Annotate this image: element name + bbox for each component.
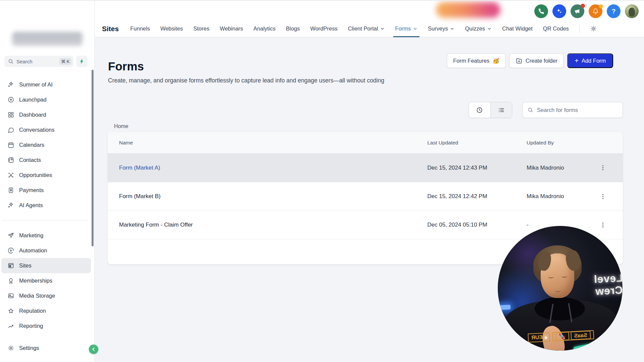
webcam-overlay: Level Crew SaaS 🚀 NEUR — [498, 226, 623, 351]
subnav-title: Sites — [102, 25, 119, 33]
sidebar-item-label: Contacts — [19, 157, 41, 163]
sidebar-item-summer-of-ai[interactable]: Summer of AI — [1, 77, 91, 92]
rocket-emoji: 🚀 — [556, 332, 570, 341]
tab-wordpress[interactable]: WordPress — [310, 20, 337, 37]
add-form-button[interactable]: + Add Form — [567, 53, 613, 68]
browser-globe-icon — [7, 262, 14, 269]
tab-analytics[interactable]: Analytics — [254, 20, 276, 37]
updated-by-cell: Mika Madronio — [527, 165, 583, 171]
sidebar-item-marketing[interactable]: Marketing — [1, 228, 91, 243]
sparkles-icon — [7, 81, 14, 88]
kebab-menu-icon — [599, 222, 606, 229]
form-name-link[interactable]: Form (Market A) — [119, 165, 427, 171]
sidebar-item-dashboard[interactable]: Dashboard — [1, 107, 91, 122]
ai-sparkle-icon — [556, 8, 563, 15]
notifications-button[interactable] — [589, 4, 602, 18]
row-menu-button[interactable] — [597, 162, 608, 173]
sidebar-item-reputation[interactable]: Reputation — [1, 303, 91, 318]
sidebar-item-automation[interactable]: Automation — [1, 243, 91, 258]
search-shortcut-badge: ⌘ K — [59, 58, 71, 65]
form-name-link[interactable]: Form (Market B) — [119, 193, 427, 200]
quick-actions-button[interactable] — [76, 56, 88, 67]
sidebar-item-memberships[interactable]: Memberships — [1, 273, 91, 288]
tab-webinars[interactable]: Webinars — [220, 20, 243, 37]
chevron-down-icon — [450, 26, 454, 31]
phone-icon — [538, 8, 545, 15]
chevron-down-icon — [487, 26, 492, 31]
breadcrumb[interactable]: Home — [114, 123, 128, 129]
updated-by-cell: Mika Madronio — [527, 193, 583, 200]
sidebar-item-settings[interactable]: Settings — [1, 341, 96, 356]
tab-quizzes[interactable]: Quizzes — [465, 20, 492, 37]
tab-client-portal[interactable]: Client Portal — [348, 20, 385, 37]
row-menu-button[interactable] — [597, 220, 608, 231]
tab-qr-codes[interactable]: QR Codes — [543, 20, 569, 37]
form-features-button[interactable]: Form Features 🥳 — [447, 53, 506, 68]
list-toolbar — [469, 102, 623, 118]
kebab-menu-icon — [599, 164, 606, 171]
sidebar-item-reporting[interactable]: Reporting — [1, 318, 91, 334]
bell-icon — [592, 8, 599, 15]
help-button[interactable]: ? — [607, 4, 621, 18]
person-mouth — [555, 290, 561, 292]
tab-forms[interactable]: Forms — [395, 20, 418, 37]
list-view-button[interactable] — [490, 102, 512, 118]
chevron-down-icon — [413, 26, 418, 31]
hoodie-collar — [535, 297, 585, 320]
search-input[interactable]: Search ⌘ K — [4, 56, 73, 67]
tab-stores[interactable]: Stores — [193, 20, 209, 37]
column-header-name: Name — [119, 140, 427, 146]
sidebar: Search ⌘ K Summer of AI Launchpad Dashbo… — [0, 0, 95, 362]
sidebar-divider — [2, 220, 88, 221]
last-updated-cell: Dec 05, 2024 05:10 PM — [427, 222, 527, 228]
notification-badge — [599, 4, 603, 8]
tab-chat-widget[interactable]: Chat Widget — [502, 20, 533, 37]
sidebar-item-opportunities[interactable]: Opportunities — [1, 168, 91, 183]
folder-plus-icon — [516, 57, 523, 64]
sites-subnav: Sites Funnels Websites Stores Webinars A… — [102, 20, 597, 37]
sidebar-item-contacts[interactable]: Contacts — [1, 153, 91, 168]
tab-blogs[interactable]: Blogs — [286, 20, 300, 37]
phone-button[interactable] — [534, 4, 548, 18]
play-circle-icon — [7, 247, 14, 254]
ai-assistant-button[interactable] — [552, 4, 566, 18]
subnav-divider — [579, 25, 580, 33]
sidebar-item-label: Launchpad — [19, 97, 47, 103]
tab-funnels[interactable]: Funnels — [130, 20, 150, 37]
forms-search-input[interactable] — [536, 107, 618, 114]
lightning-icon — [79, 58, 85, 64]
chevron-down-icon — [380, 26, 385, 31]
sidebar-collapse-button[interactable] — [89, 345, 98, 354]
create-folder-button[interactable]: Create folder — [509, 53, 564, 68]
sidebar-item-label: Conversations — [19, 127, 54, 133]
sidebar-item-calendars[interactable]: Calendars — [1, 137, 91, 153]
sidebar-item-ai-agents[interactable]: AI Agents — [1, 198, 91, 213]
sidebar-item-label: Reputation — [19, 308, 46, 314]
gear-icon — [7, 345, 14, 352]
tab-websites[interactable]: Websites — [160, 20, 183, 37]
table-row[interactable]: Form (Market A) Dec 15, 2024 12:43 PM Mi… — [108, 154, 623, 182]
row-menu-button[interactable] — [597, 191, 608, 202]
recent-view-button[interactable] — [469, 102, 490, 118]
kebab-menu-icon — [599, 193, 606, 200]
rosette-icon — [7, 277, 14, 284]
table-row[interactable]: Form (Market B) Dec 15, 2024 12:42 PM Mi… — [108, 182, 623, 210]
sidebar-item-media-storage[interactable]: Media Storage — [1, 288, 91, 303]
subnav-settings-button[interactable] — [590, 25, 597, 32]
tab-surveys[interactable]: Surveys — [428, 20, 455, 37]
sidebar-item-payments[interactable]: Payments — [1, 183, 91, 198]
sparkles-icon — [7, 202, 14, 209]
announcements-button[interactable] — [571, 4, 584, 18]
user-avatar[interactable] — [625, 4, 639, 18]
person-eye — [561, 275, 567, 278]
sidebar-item-conversations[interactable]: Conversations — [1, 122, 91, 137]
search-placeholder: Search — [16, 59, 59, 64]
form-name-link[interactable]: Marketing Form - Claim Offer — [119, 222, 427, 228]
sidebar-item-sites[interactable]: Sites — [1, 258, 91, 273]
white-sparkle — [545, 337, 547, 339]
account-name-redacted — [12, 32, 83, 46]
sidebar-item-launchpad[interactable]: Launchpad — [1, 92, 91, 107]
gear-icon — [590, 25, 597, 32]
megaphone-icon — [574, 8, 581, 15]
launchpad-icon — [7, 96, 14, 103]
